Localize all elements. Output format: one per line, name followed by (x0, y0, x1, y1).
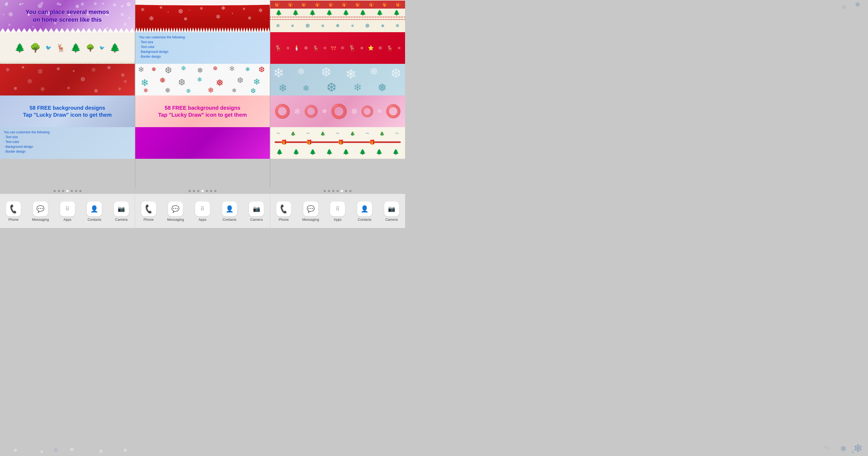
screens-container: ❄ ❄ ❄ ❅ ❄ ❆ ❄ ❄ ❅ ❄ ❆ ❄ ❄ ❅ You can plac… (0, 0, 405, 188)
customize-text-s2: You can customize the following: · Text … (139, 35, 186, 59)
memo-title-text: You can place several memos on home scre… (20, 8, 114, 24)
card-magenta-snow[interactable]: ❄ ❅ ❆ ❄ ❅ ❆ ❄ ❅ ❄ ★ ❆ ★ ❄ ❅ ❆ ❄ ❅ ❄ ❆ ❄ (135, 127, 270, 159)
free-bg-text-s2: 58 FREE background designs Tap "Lucky Dr… (158, 104, 247, 118)
screen-2: ❄ ❅ ❆ ❄ ❅ ❄ ❆ ❄ ❅ ❄ ❆ ● ● ● ❄ ❅ ❆ (135, 0, 270, 188)
card-pink-ornaments[interactable]: ⭕ ❄ ⭕ ❅ ⭕ ❆ ⭕ ❄ ⭕ (270, 95, 405, 127)
customize-text-s1: You can customize the following: · Text … (4, 130, 50, 154)
card-blue-snowflakes-lg[interactable]: ❄ ❅ ❆ ❄ ❅ ❆ ❄ ❅ ❆ ❄ ❅ (270, 64, 405, 95)
free-bg-text-s1: 58 FREE background designs Tap "Lucky Dr… (23, 104, 112, 118)
